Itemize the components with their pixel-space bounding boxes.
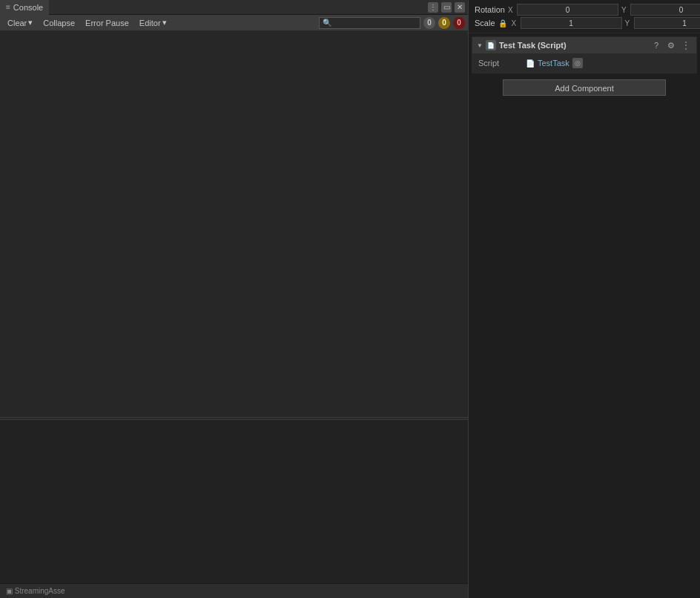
info-count: 0 (453, 17, 465, 29)
rotation-x-group: X (508, 4, 618, 16)
component-header[interactable]: ▼ 📄 Test Task (Script) ? ⚙ ⋮ (472, 37, 696, 53)
script-field-value: 📄 TestTask ◎ (526, 58, 690, 68)
console-log-area[interactable] (0, 31, 468, 417)
error-badge: 0 (423, 17, 435, 29)
scale-x-label: X (512, 19, 519, 27)
rotation-x-input[interactable] (517, 4, 618, 16)
error-pause-label: Error Pause (85, 19, 129, 27)
warn-badge: 0 (438, 17, 450, 29)
component-collapse-arrow: ▼ (477, 42, 483, 49)
console-tab-label: Console (13, 3, 43, 12)
status-text: ▣ StreamingAsse (6, 587, 65, 595)
clear-button[interactable]: Clear ▾ (3, 16, 37, 30)
collapse-button[interactable]: Collapse (39, 16, 79, 30)
warn-count: 0 (438, 17, 450, 29)
clear-label: Clear (7, 19, 27, 27)
rotation-x-label: X (508, 6, 515, 14)
component-settings-button[interactable]: ⚙ (665, 39, 677, 51)
editor-button[interactable]: Editor ▾ (135, 16, 171, 30)
scale-label: Scale (475, 19, 495, 27)
add-component-button[interactable]: Add Component (503, 79, 666, 96)
tab-controls: ⋮ ▭ ✕ (428, 2, 465, 13)
component-icon-symbol: 📄 (487, 42, 495, 49)
info-badge: 0 (453, 17, 465, 29)
scale-lock-icon[interactable]: 🔒 (498, 19, 507, 27)
console-panel: ≡ Console ⋮ ▭ ✕ Clear ▾ Collapse Error P… (0, 0, 469, 598)
console-tab[interactable]: ≡ Console (0, 0, 49, 15)
inspector-content: ▼ 📄 Test Task (Script) ? ⚙ ⋮ Script 📄 Te… (469, 33, 700, 598)
component-dots-menu[interactable]: ⋮ (680, 39, 692, 51)
console-tab-bar: ≡ Console ⋮ ▭ ✕ (0, 0, 468, 15)
component-icon: 📄 (486, 40, 496, 50)
script-field-label: Script (478, 59, 523, 68)
status-bar: ▣ StreamingAsse (0, 583, 468, 598)
scale-x-group: X (512, 17, 622, 29)
script-select-button[interactable]: ◎ (572, 58, 583, 68)
error-count: 0 (423, 17, 435, 29)
scale-x-input[interactable] (521, 17, 622, 29)
rotation-y-group: Y (621, 4, 700, 16)
clear-dropdown-icon: ▾ (28, 18, 33, 27)
script-field: Script 📄 TestTask ◎ (478, 56, 690, 70)
script-name: TestTask (538, 59, 569, 68)
component-body: Script 📄 TestTask ◎ (472, 53, 696, 73)
toolbar-right: 0 0 0 (319, 17, 465, 29)
tab-minimize-button[interactable]: ▭ (441, 2, 452, 13)
console-toolbar: Clear ▾ Collapse Error Pause Editor ▾ 0 … (0, 15, 468, 31)
rotation-label: Rotation (475, 5, 505, 14)
rotation-y-label: Y (621, 6, 629, 14)
script-file-icon: 📄 (526, 59, 535, 68)
editor-dropdown-icon: ▾ (162, 18, 167, 27)
scale-y-group: Y (625, 17, 700, 29)
component-header-buttons: ? ⚙ ⋮ (650, 39, 692, 51)
inspector-panel: Rotation X Y Z Scale 🔒 X Y (469, 0, 700, 598)
console-tab-icon: ≡ (6, 3, 10, 11)
component-title: Test Task (Script) (499, 41, 647, 50)
error-pause-button[interactable]: Error Pause (81, 16, 133, 30)
tab-menu-button[interactable]: ⋮ (428, 2, 438, 13)
tab-close-button[interactable]: ✕ (455, 2, 465, 13)
scale-row: Scale 🔒 X Y Z (469, 16, 700, 30)
component-help-button[interactable]: ? (650, 39, 662, 51)
scale-y-label: Y (625, 19, 633, 27)
scale-y-input[interactable] (634, 17, 700, 29)
console-detail-area[interactable] (0, 420, 468, 583)
collapse-label: Collapse (43, 19, 75, 27)
editor-label: Editor (139, 19, 161, 27)
test-task-component: ▼ 📄 Test Task (Script) ? ⚙ ⋮ Script 📄 Te… (472, 36, 697, 73)
rotation-y-input[interactable] (630, 4, 700, 16)
rotation-section: Rotation X Y Z Scale 🔒 X Y (469, 0, 700, 33)
search-input[interactable] (319, 17, 420, 29)
rotation-row: Rotation X Y Z (469, 3, 700, 16)
